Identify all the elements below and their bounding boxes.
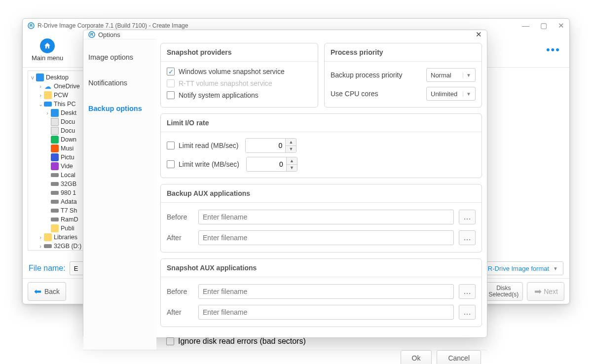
ok-button[interactable]: Ok xyxy=(401,350,432,364)
snapshot-aux-before-label: Before xyxy=(167,288,193,295)
backup-aux-after-input[interactable] xyxy=(198,230,454,245)
rtt-vss-row: R-TT volume snapshot service xyxy=(167,77,312,89)
card-title: Limit I/O rate xyxy=(161,114,481,132)
nav-backup-options[interactable]: Backup options xyxy=(83,96,156,121)
limit-read-spinner[interactable]: ▲▼ xyxy=(245,138,296,153)
tree-item[interactable]: ›Libraries xyxy=(28,233,90,242)
windows-vss-checkbox[interactable]: ✓ xyxy=(167,68,175,75)
tree-label: Pictu xyxy=(61,154,74,161)
tree-item[interactable]: ›32GB (D:) xyxy=(28,242,90,251)
ignore-errors-checkbox[interactable] xyxy=(166,337,174,345)
tree-item[interactable]: Docu xyxy=(28,117,90,126)
tree-item[interactable]: Local xyxy=(28,171,90,180)
tree-label: Publi xyxy=(61,225,74,232)
tree-item[interactable]: ⌄This PC xyxy=(28,100,90,109)
dialog-close-button[interactable]: ✕ xyxy=(476,30,482,39)
tree-label: Local xyxy=(61,172,75,179)
minimize-button[interactable]: — xyxy=(522,21,529,30)
tree-item[interactable]: Publi xyxy=(28,224,90,233)
backup-priority-label: Backup process priority xyxy=(331,71,403,79)
backup-aux-after-label: After xyxy=(167,234,193,242)
limit-read-row[interactable]: Limit read (MB/sec) ▲▼ xyxy=(167,136,476,155)
close-button[interactable]: ✕ xyxy=(558,21,564,30)
tree-item[interactable]: 980 1 xyxy=(28,188,90,197)
desk-icon xyxy=(51,109,59,117)
dialog-body: Image options Notifications Backup optio… xyxy=(83,39,487,350)
step-down[interactable]: ▼ xyxy=(287,165,297,172)
cancel-button[interactable]: Cancel xyxy=(437,350,481,364)
notify-apps-row[interactable]: Notify system applications xyxy=(167,89,312,101)
notify-apps-label: Notify system applications xyxy=(179,91,259,99)
rtt-vss-label: R-TT volume snapshot service xyxy=(179,79,272,87)
card-title: Snapshot providers xyxy=(161,43,318,62)
tree-item[interactable]: Down xyxy=(28,135,90,144)
limit-write-spinner[interactable]: ▲▼ xyxy=(246,157,297,172)
more-button[interactable]: ••• xyxy=(546,43,560,56)
process-priority-card: Process priority Backup process priority… xyxy=(324,43,482,108)
limit-read-value[interactable] xyxy=(246,139,285,152)
home-icon xyxy=(40,38,55,53)
expand-toggle[interactable]: › xyxy=(37,234,44,240)
tree-item[interactable]: ›Deskt xyxy=(28,109,90,117)
expand-toggle[interactable]: v xyxy=(29,74,36,80)
backup-priority-select[interactable]: Normal ▼ xyxy=(426,68,476,82)
main-menu-button[interactable]: Main menu xyxy=(32,38,63,62)
snapshot-providers-card: Snapshot providers ✓ Windows volume snap… xyxy=(160,43,318,108)
tree-item[interactable]: Pictu xyxy=(28,153,90,162)
ignore-errors-row[interactable]: Ignore disk read errors (bad sectors) xyxy=(160,333,482,350)
tree-item[interactable]: 32GB xyxy=(28,180,90,188)
format-dropdown[interactable]: R-Drive Image format ▼ xyxy=(482,261,563,275)
tree-root[interactable]: v Desktop xyxy=(28,73,90,82)
limit-write-value[interactable] xyxy=(247,157,286,171)
expand-toggle[interactable]: ⌄ xyxy=(37,101,44,108)
nav-image-options[interactable]: Image options xyxy=(83,44,156,70)
cpu-cores-select[interactable]: Unlimited ▼ xyxy=(426,87,476,101)
app4-icon xyxy=(51,136,59,144)
tree-label: RamD xyxy=(61,216,78,223)
backup-aux-after-browse[interactable]: … xyxy=(459,230,476,245)
dialog-titlebar: R Options ✕ xyxy=(83,30,487,39)
snapshot-aux-before-browse[interactable]: … xyxy=(459,284,476,299)
windows-vss-row[interactable]: ✓ Windows volume snapshot service xyxy=(167,66,312,77)
limit-write-row[interactable]: Limit write (MB/sec) ▲▼ xyxy=(167,155,476,174)
backup-aux-before-input[interactable] xyxy=(198,210,454,224)
tree-label: Desktop xyxy=(46,74,69,81)
back-button[interactable]: ⬅ Back xyxy=(28,282,66,301)
step-down[interactable]: ▼ xyxy=(286,146,296,153)
limit-read-checkbox[interactable] xyxy=(167,142,175,149)
snapshot-aux-before-input[interactable] xyxy=(198,284,454,299)
backup-aux-before-browse[interactable]: … xyxy=(459,210,476,224)
next-button[interactable]: ➡ Next xyxy=(527,282,564,301)
folder-icon xyxy=(51,224,59,232)
limit-write-checkbox[interactable] xyxy=(167,160,175,168)
step-up[interactable]: ▲ xyxy=(286,139,296,146)
tree-item[interactable]: RamD xyxy=(28,215,90,224)
expand-toggle[interactable]: › xyxy=(37,92,44,98)
tree-label: Deskt xyxy=(61,109,76,116)
rtt-vss-checkbox xyxy=(167,79,175,87)
cloud-icon: ☁ xyxy=(44,82,52,90)
tree-item[interactable]: Docu xyxy=(28,126,90,135)
tree-item[interactable]: ›☁OneDrive xyxy=(28,82,90,91)
nav-notifications[interactable]: Notifications xyxy=(83,70,156,96)
folder-tree[interactable]: v Desktop ›☁OneDrive›PCW⌄This PC›DesktDo… xyxy=(28,71,91,251)
expand-toggle[interactable]: › xyxy=(37,83,44,89)
maximize-button[interactable]: ▢ xyxy=(540,21,547,30)
step-up[interactable]: ▲ xyxy=(287,157,297,165)
notify-apps-checkbox[interactable] xyxy=(167,91,175,99)
disks-selected-button[interactable]: Disks Selected(s) xyxy=(484,282,523,301)
tree-item[interactable]: Musi xyxy=(28,144,90,153)
expand-toggle[interactable]: › xyxy=(44,110,51,116)
snapshot-aux-after-browse[interactable]: … xyxy=(459,305,476,320)
tree-label: PCW xyxy=(54,92,68,99)
tree-item[interactable]: ›PCW xyxy=(28,91,90,100)
tree-item[interactable]: T7 Sh xyxy=(28,206,90,215)
ignore-errors-label: Ignore disk read errors (bad sectors) xyxy=(178,337,306,346)
tree-item[interactable]: Adata xyxy=(28,197,90,206)
drive-icon xyxy=(51,209,59,213)
options-content: Snapshot providers ✓ Windows volume snap… xyxy=(156,39,487,350)
tree-item[interactable]: Vide xyxy=(28,162,90,171)
expand-toggle[interactable]: › xyxy=(37,243,44,249)
pc-icon xyxy=(44,102,52,107)
snapshot-aux-after-input[interactable] xyxy=(198,305,454,320)
